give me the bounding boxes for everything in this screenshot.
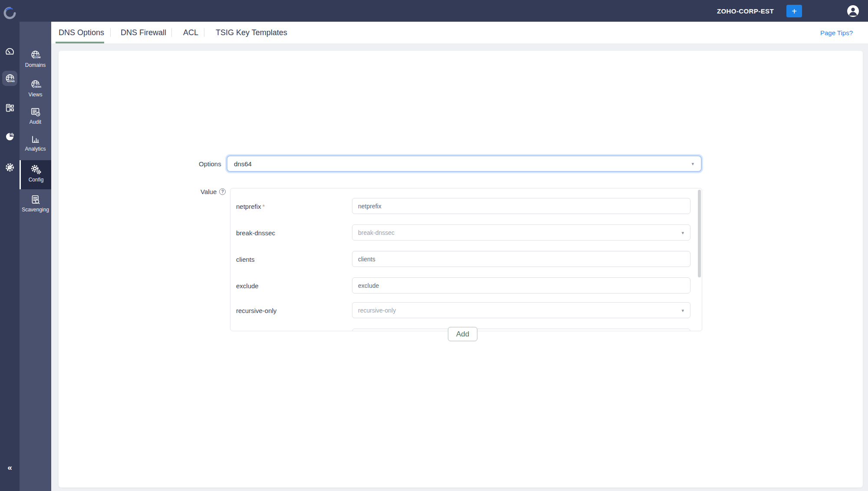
recursive-only-select[interactable]: recursive-only ▾ [352, 302, 690, 318]
sidebar-item-label: Audit [20, 119, 51, 125]
gauge-icon [4, 47, 15, 58]
rail-item-reports[interactable] [0, 129, 20, 144]
tab-dns-firewall[interactable]: DNS Firewall [121, 22, 166, 43]
clouddns-logo[interactable] [2, 6, 17, 20]
exclude-input[interactable] [352, 277, 690, 293]
sidebar-item-scavenging[interactable]: Scavenging [20, 194, 51, 213]
clients-input[interactable] [352, 251, 690, 267]
rail-item-infrastructure[interactable] [0, 100, 20, 115]
tab-tsig-key-templates[interactable]: TSIG Key Templates [216, 22, 287, 43]
organization-name: ZOHO-CORP-EST [717, 0, 774, 22]
value-fields-panel: netprefix* break-dnssec break-dnssec ▾ c… [230, 188, 702, 331]
field-label-recursive-only: recursive-only [236, 307, 276, 314]
netprefix-input[interactable] [352, 198, 690, 214]
active-tab-underline [56, 42, 104, 43]
field-label-clients: clients [236, 256, 255, 263]
gears-icon [21, 164, 51, 175]
field-label-netprefix: netprefix* [236, 203, 265, 210]
user-avatar[interactable] [847, 5, 859, 17]
sidebar-item-config[interactable]: Config [20, 160, 51, 189]
value-label: Value [201, 188, 217, 195]
sidebar-item-label: Scavenging [20, 207, 51, 213]
chevron-down-icon: ▾ [681, 230, 684, 235]
tab-bar: DNS Options DNS Firewall ACL TSIG Key Te… [51, 22, 868, 43]
rail-item-dns[interactable]: DNS [2, 71, 17, 86]
panel-scrollbar[interactable] [698, 190, 701, 277]
sidebar-item-label: Analytics [20, 146, 51, 152]
sidebar-item-label: Config [21, 177, 51, 183]
bar-chart-icon [20, 134, 51, 145]
sidebar-item-domains[interactable]: COM Domains [20, 49, 51, 68]
required-asterisk: * [263, 203, 265, 210]
field-label-break-dnssec: break-dnssec [236, 229, 275, 237]
svg-text:VIEWS: VIEWS [34, 86, 41, 88]
audit-log-icon [20, 106, 51, 118]
sidebar-item-label: Views [20, 92, 51, 98]
options-selected-value: dns64 [234, 160, 252, 168]
break-dnssec-select[interactable]: break-dnssec ▾ [352, 224, 690, 241]
chevron-down-icon: ▾ [691, 161, 694, 167]
tab-separator [204, 28, 204, 37]
sidebar-nav: COM Domains VIEWS Views [20, 22, 51, 491]
content-card: Options dns64 ▾ Value ? netprefix* break… [59, 51, 863, 488]
options-dropdown[interactable]: dns64 ▾ [227, 155, 702, 172]
rail-item-dashboard[interactable] [0, 45, 20, 59]
tab-separator [171, 28, 172, 37]
top-bar: ZOHO-CORP-EST + [0, 0, 868, 22]
svg-text:DNS: DNS [9, 79, 15, 82]
tab-dns-options[interactable]: DNS Options [59, 22, 104, 43]
sidebar-item-label: Domains [20, 62, 51, 68]
dns-globe-icon: DNS [4, 73, 16, 84]
sidebar-item-analytics[interactable]: Analytics [20, 134, 51, 152]
globe-views-icon: VIEWS [20, 79, 51, 90]
rail-item-settings[interactable] [0, 160, 20, 175]
sidebar-item-audit[interactable]: Audit [20, 106, 51, 125]
collapse-sidebar-icon[interactable]: « [0, 461, 20, 474]
svg-text:COM: COM [34, 56, 40, 59]
gear-wrench-icon [4, 162, 15, 173]
partial-field-input[interactable] [352, 329, 690, 331]
person-icon [847, 5, 859, 17]
pie-chart-icon [4, 131, 15, 142]
sidebar-item-views[interactable]: VIEWS Views [20, 79, 51, 98]
add-icon[interactable]: + [786, 5, 802, 17]
chevron-down-icon: ▾ [681, 307, 684, 313]
add-value-button[interactable]: Add [448, 327, 477, 341]
tab-acl[interactable]: ACL [183, 22, 198, 43]
options-label: Options [199, 160, 221, 168]
help-icon[interactable]: ? [219, 188, 226, 195]
doc-search-icon [20, 194, 51, 205]
field-label-exclude: exclude [236, 282, 259, 290]
server-tree-icon [4, 102, 15, 113]
globe-com-icon: COM [20, 49, 51, 61]
tab-separator [110, 28, 111, 37]
clouddns-app: ZOHO-CORP-EST + [0, 0, 868, 491]
page-tips-link[interactable]: Page Tips? [820, 22, 853, 43]
icon-rail: DNS [0, 0, 20, 491]
